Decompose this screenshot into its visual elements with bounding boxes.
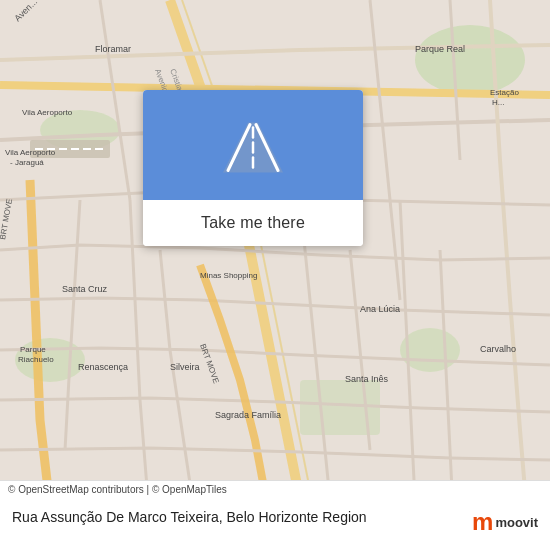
svg-text:Riachuelo: Riachuelo: [18, 355, 54, 364]
svg-text:- Jaraguá: - Jaraguá: [10, 158, 44, 167]
road-icon: [213, 110, 293, 180]
take-me-there-button[interactable]: Take me there: [143, 200, 363, 246]
svg-text:Floramar: Floramar: [95, 44, 131, 54]
map-svg: Aven... Floramar Parque Real Vila Aeropo…: [0, 0, 550, 550]
moovit-letter: m: [472, 508, 493, 536]
attribution-text: © OpenStreetMap contributors | © OpenMap…: [8, 484, 227, 495]
svg-text:Sagrada Família: Sagrada Família: [215, 410, 281, 420]
svg-text:Vila Aeroporto: Vila Aeroporto: [22, 108, 73, 117]
map-container[interactable]: Aven... Floramar Parque Real Vila Aeropo…: [0, 0, 550, 550]
svg-text:Minas Shopping: Minas Shopping: [200, 271, 257, 280]
attribution-bar: © OpenStreetMap contributors | © OpenMap…: [0, 480, 550, 498]
svg-text:Carvalho: Carvalho: [480, 344, 516, 354]
svg-text:Ana Lúcia: Ana Lúcia: [360, 304, 400, 314]
svg-text:Estação: Estação: [490, 88, 519, 97]
svg-text:Parque: Parque: [20, 345, 46, 354]
svg-text:Silveira: Silveira: [170, 362, 200, 372]
popup-card: Take me there: [143, 90, 363, 246]
address-text: Rua Assunção De Marco Teixeira, Belo Hor…: [12, 508, 462, 528]
popup-icon-area: [143, 90, 363, 200]
svg-text:Vila Aeroporto: Vila Aeroporto: [5, 148, 56, 157]
svg-text:Santa Cruz: Santa Cruz: [62, 284, 108, 294]
moovit-wordmark: moovit: [495, 515, 538, 530]
svg-text:Santa Inês: Santa Inês: [345, 374, 389, 384]
svg-text:Parque Real: Parque Real: [415, 44, 465, 54]
bottom-bar: © OpenStreetMap contributors | © OpenMap…: [0, 480, 550, 550]
address-bar: Rua Assunção De Marco Teixeira, Belo Hor…: [0, 498, 550, 550]
svg-text:Renascença: Renascença: [78, 362, 128, 372]
svg-text:H...: H...: [492, 98, 504, 107]
svg-point-1: [415, 25, 525, 95]
moovit-logo: m moovit: [472, 508, 538, 536]
